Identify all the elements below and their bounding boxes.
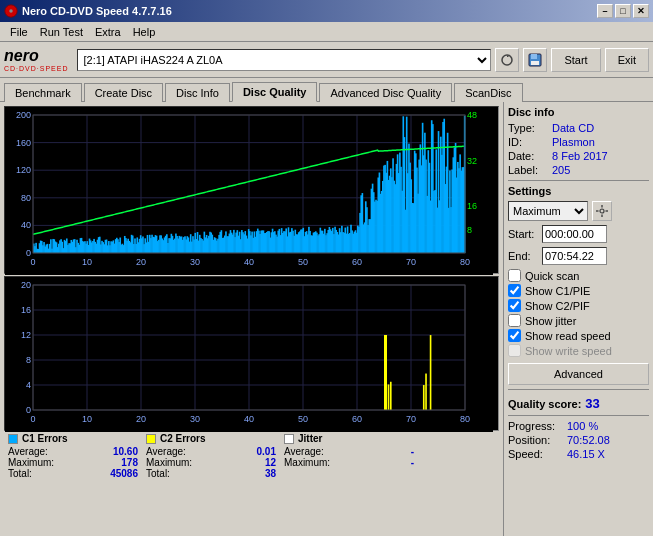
menu-file[interactable]: File xyxy=(4,24,34,40)
show-write-speed-label: Show write speed xyxy=(525,345,612,357)
svg-point-6 xyxy=(600,209,604,213)
tab-bar: Benchmark Create Disc Disc Info Disc Qua… xyxy=(0,78,653,102)
c2-title: C2 Errors xyxy=(160,433,206,444)
disc-label-label: Label: xyxy=(508,164,548,176)
show-jitter-label: Show jitter xyxy=(525,315,576,327)
svg-rect-4 xyxy=(531,54,537,59)
disc-info-title: Disc info xyxy=(508,106,649,118)
progress-value: 100 % xyxy=(567,420,598,432)
c2-avg-label: Average: xyxy=(146,446,186,457)
start-input[interactable] xyxy=(542,225,607,243)
jitter-avg-value: - xyxy=(411,446,414,457)
disc-label-value: 205 xyxy=(552,164,570,176)
advanced-button[interactable]: Advanced xyxy=(508,363,649,385)
position-label: Position: xyxy=(508,434,563,446)
tab-benchmark[interactable]: Benchmark xyxy=(4,83,82,102)
svg-rect-8 xyxy=(601,215,602,218)
start-button[interactable]: Start xyxy=(551,48,600,72)
menu-run-test[interactable]: Run Test xyxy=(34,24,89,40)
show-jitter-checkbox[interactable] xyxy=(508,314,521,327)
c2-avg-value: 0.01 xyxy=(257,446,276,457)
maximize-button[interactable]: □ xyxy=(615,4,631,18)
jitter-max-label: Maximum: xyxy=(284,457,330,468)
settings-icon-button[interactable] xyxy=(592,201,612,221)
tab-scandisc[interactable]: ScanDisc xyxy=(454,83,522,102)
show-c2-pif-label: Show C2/PIF xyxy=(525,300,590,312)
menu-bar: File Run Test Extra Help xyxy=(0,22,653,42)
speed-value: 46.15 X xyxy=(567,448,605,460)
svg-rect-7 xyxy=(601,205,602,208)
svg-rect-9 xyxy=(596,210,599,211)
c2-total-label: Total: xyxy=(146,468,170,479)
menu-help[interactable]: Help xyxy=(127,24,162,40)
position-value: 70:52.08 xyxy=(567,434,610,446)
jitter-legend: Jitter Average: - Maximum: - xyxy=(284,433,414,479)
disc-type-value: Data CD xyxy=(552,122,594,134)
quick-scan-label: Quick scan xyxy=(525,270,579,282)
app-title: Nero CD-DVD Speed 4.7.7.16 xyxy=(22,5,172,17)
bottom-chart xyxy=(4,276,499,431)
c1-color-box xyxy=(8,434,18,444)
end-label: End: xyxy=(508,250,538,262)
minimize-button[interactable]: – xyxy=(597,4,613,18)
show-c1-pie-checkbox[interactable] xyxy=(508,284,521,297)
disc-type-label: Type: xyxy=(508,122,548,134)
quality-score-label: Quality score: xyxy=(508,398,581,410)
save-icon xyxy=(528,53,542,67)
svg-rect-5 xyxy=(531,61,539,65)
toolbar: nero CD·DVD·SPEED [2:1] ATAPI iHAS224 A … xyxy=(0,42,653,78)
tab-disc-quality[interactable]: Disc Quality xyxy=(232,82,318,102)
menu-extra[interactable]: Extra xyxy=(89,24,127,40)
c1-avg-value: 10.60 xyxy=(113,446,138,457)
show-read-speed-checkbox[interactable] xyxy=(508,329,521,342)
show-read-speed-label: Show read speed xyxy=(525,330,611,342)
quality-score-value: 33 xyxy=(585,396,599,411)
refresh-icon xyxy=(500,53,514,67)
tab-disc-info[interactable]: Disc Info xyxy=(165,83,230,102)
disc-date-label: Date: xyxy=(508,150,548,162)
nero-logo: nero CD·DVD·SPEED xyxy=(4,47,69,72)
save-button[interactable] xyxy=(523,48,547,72)
speed-label: Speed: xyxy=(508,448,563,460)
disc-id-value: Plasmon xyxy=(552,136,595,148)
c1-total-label: Total: xyxy=(8,468,32,479)
c1-total-value: 45086 xyxy=(110,468,138,479)
settings-title: Settings xyxy=(508,185,649,197)
tab-create-disc[interactable]: Create Disc xyxy=(84,83,163,102)
close-button[interactable]: ✕ xyxy=(633,4,649,18)
top-chart xyxy=(4,106,499,274)
c1-max-value: 178 xyxy=(121,457,138,468)
main-content: C1 Errors Average: 10.60 Maximum: 178 To… xyxy=(0,102,653,536)
gear-icon xyxy=(596,205,608,217)
c2-max-label: Maximum: xyxy=(146,457,192,468)
jitter-color-box xyxy=(284,434,294,444)
disc-id-label: ID: xyxy=(508,136,548,148)
show-c2-pif-checkbox[interactable] xyxy=(508,299,521,312)
show-write-speed-checkbox[interactable] xyxy=(508,344,521,357)
jitter-avg-label: Average: xyxy=(284,446,324,457)
c2-color-box xyxy=(146,434,156,444)
svg-rect-10 xyxy=(606,210,609,211)
c2-total-value: 38 xyxy=(265,468,276,479)
disc-date-value: 8 Feb 2017 xyxy=(552,150,608,162)
exit-button[interactable]: Exit xyxy=(605,48,649,72)
c1-title: C1 Errors xyxy=(22,433,68,444)
jitter-title: Jitter xyxy=(298,433,322,444)
drive-selector[interactable]: [2:1] ATAPI iHAS224 A ZL0A xyxy=(77,49,492,71)
show-c1-pie-label: Show C1/PIE xyxy=(525,285,590,297)
jitter-max-value: - xyxy=(411,457,414,468)
right-panel: Disc info Type: Data CD ID: Plasmon Date… xyxy=(503,102,653,536)
tab-advanced-disc-quality[interactable]: Advanced Disc Quality xyxy=(319,83,452,102)
title-bar: Nero CD-DVD Speed 4.7.7.16 – □ ✕ xyxy=(0,0,653,22)
c2-max-value: 12 xyxy=(265,457,276,468)
refresh-button[interactable] xyxy=(495,48,519,72)
chart-area: C1 Errors Average: 10.60 Maximum: 178 To… xyxy=(0,102,503,536)
end-input[interactable] xyxy=(542,247,607,265)
svg-point-1 xyxy=(9,9,13,13)
c1-max-label: Maximum: xyxy=(8,457,54,468)
quick-scan-checkbox[interactable] xyxy=(508,269,521,282)
speed-select[interactable]: Maximum 1x 2x 4x 8x xyxy=(508,201,588,221)
progress-label: Progress: xyxy=(508,420,563,432)
legend: C1 Errors Average: 10.60 Maximum: 178 To… xyxy=(4,431,499,481)
c2-legend: C2 Errors Average: 0.01 Maximum: 12 Tota… xyxy=(146,433,276,479)
